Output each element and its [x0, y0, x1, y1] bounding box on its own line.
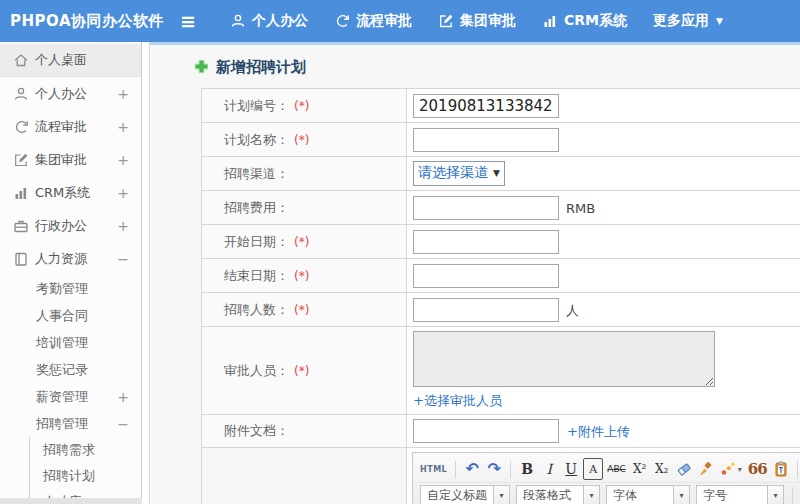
expand-plus-icon[interactable]: + — [117, 152, 129, 168]
toolbar-row-1: HTML ↶ ↷ B I U A ABC X² — [417, 456, 800, 482]
form-row-attachment: 附件文档： +附件上传 — [202, 415, 800, 448]
attachment-upload-link[interactable]: +附件上传 — [567, 424, 630, 439]
form-row-start-date: 开始日期：(*) — [202, 225, 800, 259]
field-label: 计划名称： — [224, 132, 289, 147]
channel-select[interactable]: 请选择渠道 ▼ — [413, 161, 505, 186]
nav-item-group-approval[interactable]: 集团审批 — [438, 12, 516, 30]
toolbar-separator — [797, 461, 798, 478]
topbar: PHPOA协同办公软件 ≡ 个人办公 流程审批 集团审批 CRM系统 — [0, 0, 800, 42]
required-marker: (*) — [294, 269, 309, 283]
field-label: 招聘人数： — [224, 302, 289, 317]
sidebar-item-personal-desktop[interactable]: 个人桌面 — [0, 44, 141, 77]
redo-icon[interactable]: ↷ — [484, 458, 504, 480]
field-label: 招聘渠道： — [224, 166, 289, 181]
subscript-button[interactable]: X₂ — [652, 458, 672, 480]
sidebar-nested-recruit-demand[interactable]: 招聘需求 — [30, 437, 141, 463]
bold-button[interactable]: B — [517, 458, 537, 480]
expand-plus-icon[interactable]: + — [117, 185, 129, 201]
expand-plus-icon[interactable]: + — [117, 86, 129, 102]
caret-small-icon: ▾ — [583, 486, 599, 504]
italic-button[interactable]: I — [539, 458, 559, 480]
form-row-recruit-channel: 招聘渠道： 请选择渠道 ▼ — [202, 157, 800, 191]
expand-minus-icon[interactable]: − — [117, 416, 129, 432]
required-marker: (*) — [294, 364, 309, 378]
sidebar-item-label: 集团审批 — [35, 151, 87, 169]
recruit-plan-form: 计划编号：(*) 计划名称：(*) 招聘渠道： — [201, 88, 800, 504]
superscript-button[interactable]: X² — [630, 458, 650, 480]
sidebar-item-group-approval[interactable]: 集团审批 + — [0, 143, 141, 176]
user-icon — [230, 13, 246, 29]
headcount-input[interactable] — [413, 298, 559, 322]
nav-item-more-apps[interactable]: 更多应用 ▼ — [653, 12, 723, 30]
sidebar-item-human-resources[interactable]: 人力资源 − — [0, 242, 141, 275]
hamburger-menu-icon[interactable]: ≡ — [180, 12, 196, 31]
expand-plus-icon[interactable]: + — [117, 218, 129, 234]
page-title: 新增招聘计划 — [150, 45, 800, 88]
user-icon — [13, 86, 35, 102]
strikethrough-button[interactable]: ABC — [605, 458, 627, 480]
form-row-plan-name: 计划名称：(*) — [202, 123, 800, 157]
expand-minus-icon[interactable]: − — [117, 251, 129, 267]
sidebar-subitem-salary[interactable]: 薪资管理 + — [0, 383, 141, 410]
font-style-button[interactable]: A — [583, 458, 603, 480]
sidebar-subitem-hr-contract[interactable]: 人事合同 — [0, 302, 141, 329]
field-label: 附件文档： — [224, 423, 289, 438]
form-row-end-date: 结束日期：(*) — [202, 259, 800, 293]
sidebar-subitem-rewards[interactable]: 奖惩记录 — [0, 356, 141, 383]
sidebar-item-label: 个人办公 — [35, 85, 87, 103]
custom-heading-dropdown[interactable]: 自定义标题 ▾ — [420, 485, 510, 504]
form-row-headcount: 招聘人数：(*) 人 — [202, 293, 800, 327]
paragraph-format-dropdown[interactable]: 段落格式 ▾ — [516, 485, 600, 504]
nav-label: 更多应用 — [653, 12, 709, 30]
blockquote-button[interactable]: 66 — [746, 458, 769, 480]
sidebar-item-label: 行政办公 — [35, 217, 87, 235]
undo-icon[interactable]: ↶ — [462, 458, 482, 480]
nav-item-personal-office[interactable]: 个人办公 — [230, 12, 308, 30]
nested-label: 招聘需求 — [43, 441, 95, 459]
flow-icon — [334, 13, 350, 29]
field-label-cell: 计划编号：(*) — [202, 89, 407, 123]
sidebar-item-label: 人力资源 — [35, 250, 87, 268]
sidebar-subitem-attendance[interactable]: 考勤管理 — [0, 275, 141, 302]
sidebar-scrollbar[interactable] — [0, 498, 142, 504]
required-marker: (*) — [294, 99, 309, 113]
sidebar-item-admin-office[interactable]: 行政办公 + — [0, 209, 141, 242]
caret-down-icon: ▼ — [493, 168, 500, 178]
sidebar-subitem-recruitment[interactable]: 招聘管理 − — [0, 410, 141, 437]
nav-item-workflow-approval[interactable]: 流程审批 — [334, 12, 412, 30]
start-date-input[interactable] — [413, 230, 559, 254]
subitem-label: 招聘管理 — [36, 415, 88, 433]
recruit-cost-input[interactable] — [413, 196, 559, 220]
rich-text-editor: HTML ↶ ↷ B I U A ABC X² — [412, 452, 800, 504]
subitem-label: 考勤管理 — [36, 280, 88, 298]
required-marker: (*) — [294, 235, 309, 249]
plan-number-input[interactable] — [413, 94, 559, 118]
sidebar-nested-recruit-plan[interactable]: 招聘计划 — [30, 463, 141, 489]
plan-name-input[interactable] — [413, 128, 559, 152]
caret-down-icon: ▼ — [716, 16, 723, 26]
flow-icon — [13, 119, 35, 135]
app-logo: PHPOA协同办公软件 — [0, 12, 180, 31]
select-approvers-link[interactable]: +选择审批人员 — [413, 392, 502, 410]
sidebar-item-personal-office[interactable]: 个人办公 + — [0, 77, 141, 110]
sidebar-subitem-training[interactable]: 培训管理 — [0, 329, 141, 356]
paste-icon[interactable] — [771, 458, 791, 480]
approvers-textarea[interactable] — [413, 331, 715, 387]
expand-plus-icon[interactable]: + — [117, 119, 129, 135]
sidebar-item-label: 个人桌面 — [35, 51, 87, 69]
attachment-input[interactable] — [413, 419, 559, 443]
nav-item-crm-system[interactable]: CRM系统 — [542, 12, 627, 30]
font-size-dropdown[interactable]: 字号 ▾ — [696, 485, 784, 504]
expand-plus-icon[interactable]: + — [117, 389, 129, 405]
sidebar-item-workflow-approval[interactable]: 流程审批 + — [0, 110, 141, 143]
required-marker: (*) — [294, 133, 309, 147]
eraser-icon[interactable] — [674, 458, 694, 480]
html-source-button[interactable]: HTML — [418, 458, 449, 480]
sidebar-item-crm-system[interactable]: CRM系统 + — [0, 176, 141, 209]
editor-label-cell — [202, 448, 407, 504]
magic-format-icon[interactable]: ▾ — [718, 458, 744, 480]
end-date-input[interactable] — [413, 264, 559, 288]
format-brush-icon[interactable] — [696, 458, 716, 480]
font-family-dropdown[interactable]: 字体 ▾ — [606, 485, 690, 504]
underline-button[interactable]: U — [561, 458, 581, 480]
